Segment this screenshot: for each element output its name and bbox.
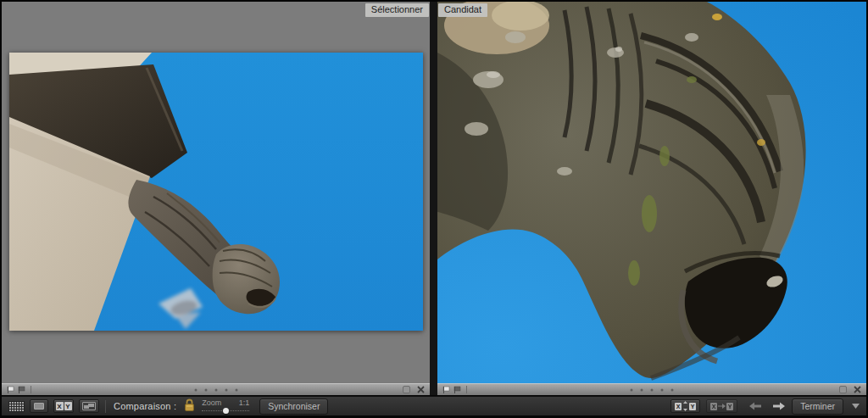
select-photo[interactable] xyxy=(9,53,423,331)
photo-toolbars xyxy=(2,383,866,395)
close-x-icon xyxy=(417,386,425,393)
previous-photo-button[interactable] xyxy=(749,402,761,410)
loupe-icon xyxy=(34,403,44,410)
survey-view-button[interactable] xyxy=(79,399,99,413)
toolbar-separator xyxy=(466,386,467,393)
compare-x-icon: X xyxy=(56,402,64,410)
candidate-pane: Candidat xyxy=(437,2,866,383)
swap-y-icon: Y xyxy=(689,403,696,410)
select-photo-toolbar xyxy=(2,383,430,395)
zoom-ratio-label[interactable]: 1:1 xyxy=(239,399,250,407)
toolbar-options-button[interactable] xyxy=(852,404,860,409)
left-arrow-icon xyxy=(749,402,761,410)
done-button[interactable]: Terminer xyxy=(792,398,843,415)
zoom-label: Zoom xyxy=(202,399,221,407)
pane-divider xyxy=(430,2,437,383)
deselect-photo-button[interactable] xyxy=(854,386,861,393)
color-label-button[interactable] xyxy=(839,386,847,393)
make-select-x-icon: X xyxy=(710,403,717,410)
select-label-tab: Sélectionner xyxy=(365,3,429,17)
candidate-photo[interactable] xyxy=(437,2,866,383)
lock-icon xyxy=(184,398,195,412)
zoom-slider[interactable]: Zoom 1:1 xyxy=(202,399,249,414)
grid-icon xyxy=(8,401,25,412)
synchronize-button[interactable]: Synchroniser xyxy=(259,398,328,415)
color-label-button[interactable] xyxy=(403,386,410,393)
lightroom-compare-window: Sélectionner xyxy=(0,0,868,418)
compare-view-button[interactable]: X Y xyxy=(53,399,74,413)
survey-icon xyxy=(82,402,96,410)
compare-panes: Sélectionner xyxy=(2,2,866,383)
comparison-label: Comparaison : xyxy=(114,401,176,411)
toolbar-separator xyxy=(105,400,106,413)
candidate-rating-dots[interactable] xyxy=(631,388,674,391)
grid-view-button[interactable] xyxy=(8,399,25,413)
flag-pick-icon[interactable] xyxy=(7,386,15,394)
flag-reject-icon[interactable] xyxy=(18,386,26,394)
swap-select-candidate-button[interactable]: X Y xyxy=(670,399,700,413)
select-pane: Sélectionner xyxy=(2,2,430,383)
right-arrow-icon xyxy=(773,402,785,410)
close-x-icon xyxy=(854,386,861,393)
flag-reject-icon[interactable] xyxy=(453,386,462,394)
deselect-photo-button[interactable] xyxy=(417,386,425,393)
select-photo-image xyxy=(9,53,423,331)
loupe-view-button[interactable] xyxy=(30,399,48,413)
swap-x-icon: X xyxy=(675,403,682,410)
make-select-y-icon: Y xyxy=(726,403,733,410)
zoom-lock-button[interactable] xyxy=(184,398,195,415)
flag-pick-icon[interactable] xyxy=(442,386,451,394)
zoom-slider-thumb[interactable] xyxy=(223,408,229,414)
toolbar-separator xyxy=(31,386,31,393)
make-select-button[interactable]: X Y xyxy=(706,399,737,413)
select-rating-dots[interactable] xyxy=(194,388,237,391)
toolbar-divider xyxy=(430,383,437,395)
swap-arrows-icon xyxy=(682,401,688,411)
chevron-down-icon xyxy=(852,404,860,409)
candidate-photo-toolbar xyxy=(437,383,866,395)
compare-y-icon: Y xyxy=(64,402,72,410)
candidate-label-tab: Candidat xyxy=(438,3,487,17)
next-photo-button[interactable] xyxy=(773,402,785,410)
right-arrow-small-icon xyxy=(718,403,726,410)
main-toolbar: X Y Comparaison : Zoom 1:1 xyxy=(2,396,866,415)
